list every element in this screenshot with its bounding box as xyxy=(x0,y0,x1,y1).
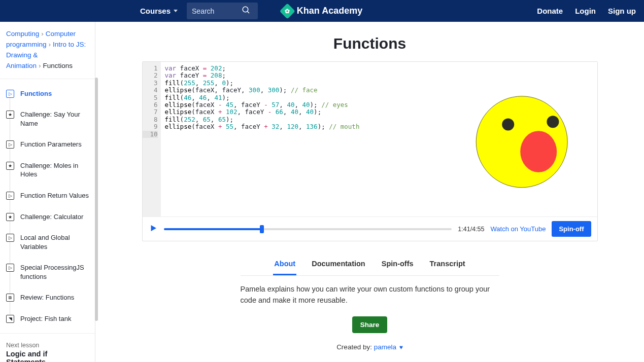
star-icon: ★ xyxy=(6,111,14,119)
sidebar-item-label: Function Return Values xyxy=(20,191,89,200)
search-icon[interactable] xyxy=(242,6,251,16)
sidebar-item-6[interactable]: ▷Local and Global Variables xyxy=(0,227,95,257)
code-panel: 12345678910 var faceX = 202;var faceY = … xyxy=(142,61,598,241)
sidebar-item-4[interactable]: ▷Function Return Values xyxy=(0,185,95,206)
play-icon: ▷ xyxy=(6,90,14,98)
chevron-down-icon xyxy=(174,10,178,12)
login-link[interactable]: Login xyxy=(575,7,596,15)
sidebar-item-9[interactable]: ◥Project: Fish tank xyxy=(0,308,95,330)
progress-track[interactable] xyxy=(164,228,452,230)
play-icon: ▷ xyxy=(6,140,14,149)
svg-point-0 xyxy=(243,7,248,12)
tab-about[interactable]: About xyxy=(273,256,296,275)
progress-thumb[interactable] xyxy=(260,225,264,233)
brand-logo[interactable]: ✿ Khan Academy xyxy=(282,6,362,17)
search-input[interactable] xyxy=(192,7,238,15)
face-drawing xyxy=(460,79,582,200)
next-lesson-label: Next lesson xyxy=(6,342,89,349)
sidebar-item-2[interactable]: ▷Function Parameters xyxy=(0,134,95,155)
main-content: Functions 12345678910 var faceX = 202;va… xyxy=(95,22,644,362)
sidebar-item-label: Review: Functions xyxy=(20,293,74,302)
next-lesson-title: Logic and if Statements xyxy=(6,350,89,362)
play-button[interactable] xyxy=(149,224,158,234)
sidebar-item-3[interactable]: ★Challenge: Moles in Holes xyxy=(0,155,95,185)
topbar: Courses ✿ Khan Academy Donate Login Sign… xyxy=(0,0,644,22)
svg-point-4 xyxy=(547,116,559,128)
lesson-list: ▷Functions★Challenge: Say Your Name▷Func… xyxy=(0,79,95,334)
svg-point-5 xyxy=(520,131,557,172)
player-bar: 1:41/4:55 Watch on YouTube Spin-off xyxy=(143,216,597,241)
play-icon: ▷ xyxy=(6,234,14,242)
sidebar-item-label: Special ProcessingJS functions xyxy=(20,263,89,281)
sidebar-item-label: Challenge: Say Your Name xyxy=(20,110,89,128)
doc-icon: 🗎 xyxy=(6,294,14,302)
page-title: Functions xyxy=(104,35,636,52)
timecode: 1:41/4:55 xyxy=(458,226,484,233)
play-icon: ▷ xyxy=(6,192,14,200)
sidebar-item-1[interactable]: ★Challenge: Say Your Name xyxy=(0,104,95,134)
signup-link[interactable]: Sign up xyxy=(608,7,636,15)
proj-icon: ◥ xyxy=(6,315,14,323)
next-lesson-link[interactable]: Next lesson Logic and if Statements xyxy=(0,333,95,362)
sidebar-item-label: Functions xyxy=(20,89,52,98)
author-link[interactable]: pamela xyxy=(374,343,396,351)
brand-icon: ✿ xyxy=(279,3,295,19)
sidebar-item-0[interactable]: ▷Functions xyxy=(0,83,95,104)
spin-off-button[interactable]: Spin-off xyxy=(552,221,591,237)
star-icon: ★ xyxy=(6,162,14,170)
sidebar-item-label: Challenge: Calculator xyxy=(20,212,83,222)
donate-link[interactable]: Donate xyxy=(537,7,563,15)
sidebar: Computing›Computer programming›Intro to … xyxy=(0,22,95,362)
code-editor[interactable]: var faceX = 202;var faceY = 208;fill(255… xyxy=(161,62,445,216)
breadcrumb-current: Functions xyxy=(43,62,73,69)
sidebar-item-label: Challenge: Moles in Holes xyxy=(20,161,89,179)
tab-bar: AboutDocumentationSpin-offsTranscript xyxy=(241,256,499,276)
scrollbar-thumb[interactable] xyxy=(95,78,98,321)
play-icon: ▷ xyxy=(6,264,14,272)
svg-point-3 xyxy=(502,118,514,130)
sidebar-item-label: Project: Fish tank xyxy=(20,314,71,323)
tab-spin-offs[interactable]: Spin-offs xyxy=(381,256,415,275)
tab-documentation[interactable]: Documentation xyxy=(311,256,366,275)
star-icon: ★ xyxy=(6,213,14,221)
breadcrumb-link[interactable]: Computing xyxy=(6,30,39,38)
tab-transcript[interactable]: Transcript xyxy=(429,256,466,275)
line-gutter: 12345678910 xyxy=(143,62,161,216)
sidebar-item-5[interactable]: ★Challenge: Calculator xyxy=(0,206,95,228)
about-text: Pamela explains how you can write your o… xyxy=(241,284,499,306)
brand-name: Khan Academy xyxy=(297,6,362,16)
sidebar-item-8[interactable]: 🗎Review: Functions xyxy=(0,287,95,308)
sidebar-item-7[interactable]: ▷Special ProcessingJS functions xyxy=(0,257,95,287)
search-box[interactable] xyxy=(187,3,258,19)
courses-label: Courses xyxy=(140,7,171,15)
heart-icon: ♥ xyxy=(399,344,403,351)
svg-line-1 xyxy=(247,11,249,13)
sidebar-item-label: Local and Global Variables xyxy=(20,233,89,251)
share-button[interactable]: Share xyxy=(352,316,388,333)
courses-menu[interactable]: Courses xyxy=(140,7,178,15)
sidebar-item-label: Function Parameters xyxy=(20,140,82,149)
created-by: Created by: pamela ♥ xyxy=(104,343,636,351)
breadcrumb: Computing›Computer programming›Intro to … xyxy=(0,22,95,79)
output-canvas xyxy=(445,62,597,216)
progress-fill xyxy=(164,228,262,230)
watch-on-youtube-link[interactable]: Watch on YouTube xyxy=(491,225,546,233)
